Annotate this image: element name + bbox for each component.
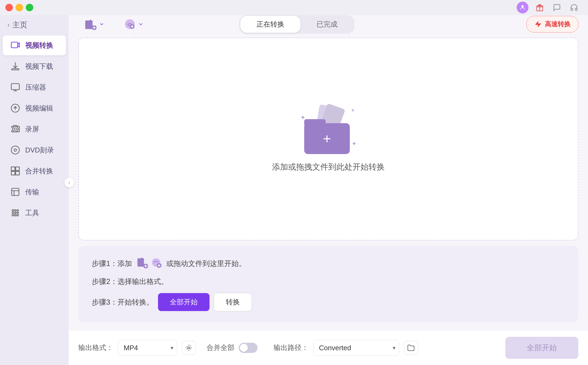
speed-convert-button[interactable]: 高速转换 — [526, 16, 578, 32]
output-path-select-wrapper: Converted Desktop Downloads ▾ — [313, 340, 399, 356]
svg-point-6 — [14, 128, 17, 130]
svg-point-7 — [13, 126, 18, 132]
dvd-icon — [10, 145, 20, 155]
sidebar-item-transfer[interactable]: 传输 — [3, 182, 66, 202]
svg-rect-24 — [85, 21, 92, 29]
content-area: + ✦ ✦ ✦ 添加或拖拽文件到此处开始转换 步骤1：添加 — [69, 32, 588, 330]
svg-rect-2 — [11, 42, 18, 48]
sidebar: ‹ 主页 视频转换 视频下载 压缩器 视频编辑 录屏 D — [0, 0, 69, 365]
svg-point-16 — [14, 210, 16, 211]
merge-label: 合并全部 — [207, 343, 234, 352]
speed-btn-label: 高速转换 — [545, 20, 571, 28]
output-format-select[interactable]: MP4 MKV AVI MOV — [118, 340, 177, 356]
step1-row: 步骤1：添加 — [92, 257, 565, 270]
svg-point-22 — [14, 214, 16, 216]
merge-section: 合并全部 — [207, 343, 258, 353]
step1-icons — [136, 257, 162, 270]
drop-zone-text: 添加或拖拽文件到此处开始转换 — [272, 162, 385, 173]
sidebar-item-label-video-download: 视频下载 — [25, 62, 53, 71]
bottom-bar: 输出格式： MP4 MKV AVI MOV ▾ 合并全部 输出路径： — [69, 330, 588, 365]
svg-rect-10 — [11, 167, 15, 171]
output-format-select-wrapper: MP4 MKV AVI MOV ▾ — [118, 340, 177, 356]
output-path-select[interactable]: Converted Desktop Downloads — [313, 340, 399, 356]
sidebar-item-video-edit[interactable]: 视频编辑 — [3, 98, 66, 118]
sidebar-item-record[interactable]: 录屏 — [3, 119, 66, 139]
toggle-knob — [240, 344, 248, 352]
svg-rect-3 — [12, 69, 19, 70]
gift-icon[interactable] — [534, 2, 546, 13]
start-all-big-button[interactable]: 全部开始 — [505, 337, 578, 359]
merge-icon — [10, 166, 20, 176]
output-format-settings-icon[interactable] — [182, 341, 196, 355]
topbar-right-icons — [517, 0, 588, 15]
svg-rect-29 — [137, 258, 144, 267]
step3-row: 步骤3：开始转换。 全部开始 转换 — [92, 293, 565, 311]
sidebar-item-label-compress: 压缩器 — [25, 83, 46, 92]
maximize-button[interactable] — [26, 4, 33, 11]
close-button[interactable] — [5, 4, 13, 11]
sidebar-item-label-video-edit: 视频编辑 — [25, 104, 53, 113]
video-convert-icon — [10, 40, 20, 50]
steps-panel: 步骤1：添加 — [78, 246, 578, 322]
add-url-button[interactable] — [117, 14, 150, 34]
sidebar-item-video-download[interactable]: 视频下载 — [3, 56, 66, 76]
svg-rect-12 — [11, 171, 15, 175]
step2-text: 步骤2：选择输出格式。 — [92, 277, 168, 286]
svg-point-20 — [17, 212, 19, 214]
tools-icon — [10, 208, 20, 218]
window-controls[interactable] — [5, 4, 33, 11]
svg-point-17 — [17, 210, 19, 211]
output-path-field: 输出路径： Converted Desktop Downloads ▾ — [274, 340, 418, 356]
convert-button-step[interactable]: 转换 — [214, 293, 252, 311]
add-file-button[interactable] — [78, 14, 111, 34]
add-url-step-icon — [150, 257, 162, 270]
step2-row: 步骤2：选择输出格式。 — [92, 277, 565, 286]
svg-point-23 — [17, 214, 19, 216]
sidebar-item-label-dvd: DVD刻录 — [25, 145, 54, 155]
sidebar-item-merge[interactable]: 合并转换 — [3, 161, 66, 181]
sidebar-home-label: 主页 — [12, 20, 27, 30]
svg-rect-13 — [16, 171, 20, 175]
svg-point-15 — [12, 210, 14, 211]
output-format-field: 输出格式： MP4 MKV AVI MOV ▾ — [78, 340, 196, 356]
back-arrow-icon: ‹ — [8, 21, 10, 29]
step1-prefix: 步骤1：添加 — [92, 259, 132, 268]
svg-point-33 — [188, 347, 190, 349]
sidebar-item-tools[interactable]: 工具 — [3, 203, 66, 223]
minimize-button[interactable] — [16, 4, 23, 11]
sidebar-collapse-button[interactable]: ‹ — [64, 178, 74, 187]
sidebar-item-dvd[interactable]: DVD刻录 — [3, 140, 66, 160]
tab-group: 正在转换 已完成 — [239, 15, 355, 34]
svg-point-9 — [14, 149, 17, 151]
sidebar-item-label-tools: 工具 — [25, 208, 39, 218]
svg-rect-14 — [12, 188, 19, 196]
start-all-button-step[interactable]: 全部开始 — [158, 293, 210, 311]
video-download-icon — [10, 61, 20, 71]
svg-point-8 — [11, 146, 19, 154]
tab-converting[interactable]: 正在转换 — [240, 16, 300, 33]
compress-icon — [10, 82, 20, 92]
sidebar-item-label-record: 录屏 — [25, 125, 39, 134]
svg-point-18 — [12, 212, 14, 214]
avatar-icon[interactable] — [517, 2, 528, 13]
headset-icon[interactable] — [568, 2, 580, 13]
sidebar-item-compress[interactable]: 压缩器 — [3, 77, 66, 97]
sidebar-item-label-transfer: 传输 — [25, 187, 39, 197]
sidebar-item-video-convert[interactable]: 视频转换 — [3, 35, 66, 55]
tab-done[interactable]: 已完成 — [300, 16, 354, 33]
step1-suffix: 或拖动文件到这里开始。 — [166, 259, 246, 268]
folder-icon: + ✦ ✦ ✦ — [302, 106, 355, 154]
sidebar-home[interactable]: ‹ 主页 — [0, 15, 69, 35]
output-path-label: 输出路径： — [274, 343, 308, 352]
merge-toggle[interactable] — [239, 343, 258, 353]
main-content: 正在转换 已完成 高速转换 + — [69, 0, 588, 365]
svg-marker-28 — [535, 21, 541, 28]
drop-zone[interactable]: + ✦ ✦ ✦ 添加或拖拽文件到此处开始转换 — [78, 38, 578, 240]
browse-folder-icon[interactable] — [404, 341, 418, 355]
chat-icon[interactable] — [551, 2, 563, 13]
svg-point-0 — [521, 5, 524, 8]
transfer-icon — [10, 187, 20, 197]
add-file-step-icon — [136, 257, 148, 270]
svg-rect-11 — [16, 167, 20, 171]
output-format-label: 输出格式： — [78, 343, 113, 352]
